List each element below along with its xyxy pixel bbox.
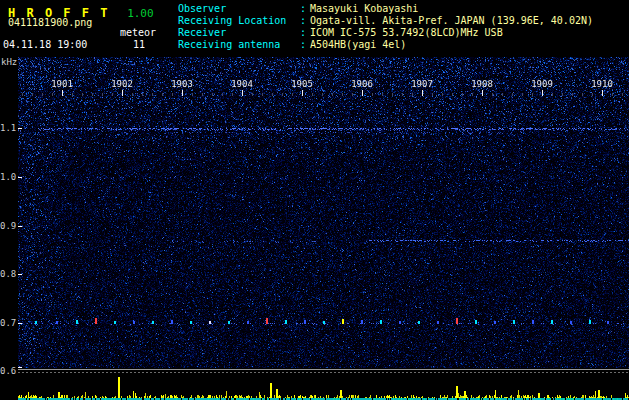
- info-value: Ogata-vill. Akita-Pref. JAPAN (139.96E, …: [310, 15, 593, 27]
- echo-count: 11: [133, 39, 145, 50]
- info-separator: :: [300, 3, 310, 15]
- freq-label-0-6: 0.6: [0, 366, 16, 376]
- info-label: Receiving antenna: [178, 39, 300, 51]
- time-label-1908: 1908: [470, 79, 494, 89]
- time-label-1910: 1910: [590, 79, 614, 89]
- info-label: Receiver: [178, 27, 300, 39]
- freq-unit-label: kHz: [1, 57, 17, 67]
- spectrogram-canvas: [18, 57, 629, 368]
- signal-level-canvas: [18, 374, 629, 400]
- info-separator: :: [300, 15, 310, 27]
- freq-label-0-9: 0.9: [0, 221, 16, 231]
- time-label-1909: 1909: [530, 79, 554, 89]
- info-separator: :: [300, 39, 310, 51]
- info-label: Observer: [178, 3, 300, 15]
- output-filename: 0411181900.png: [8, 17, 92, 28]
- time-label-1905: 1905: [290, 79, 314, 89]
- freq-label-1-1: 1.1: [0, 123, 16, 133]
- info-value: A504HB(yagi 4el): [310, 39, 406, 51]
- info-value: Masayuki Kobayashi: [310, 3, 418, 15]
- info-label: Receiving Location: [178, 15, 300, 27]
- station-info: Observer : Masayuki Kobayashi Receiving …: [178, 3, 593, 51]
- observation-datetime: 04.11.18 19:00: [3, 39, 87, 50]
- time-label-1904: 1904: [230, 79, 254, 89]
- hrofft-screen: H R O F F T 1.00 0411181900.png meteor 0…: [0, 0, 629, 400]
- time-label-1901: 1901: [50, 79, 74, 89]
- info-value: ICOM IC-575 53.7492(8LCD)MHz USB: [310, 27, 503, 39]
- mode-label: meteor: [120, 27, 156, 38]
- separator-line: [18, 369, 629, 370]
- app-version: 1.00: [127, 7, 154, 20]
- time-label-1903: 1903: [170, 79, 194, 89]
- info-row-antenna: Receiving antenna : A504HB(yagi 4el): [178, 39, 593, 51]
- info-separator: :: [300, 27, 310, 39]
- freq-label-0-8: 0.8: [0, 269, 16, 279]
- info-row-receiver: Receiver : ICOM IC-575 53.7492(8LCD)MHz …: [178, 27, 593, 39]
- info-row-observer: Observer : Masayuki Kobayashi: [178, 3, 593, 15]
- freq-label-0-7: 0.7: [0, 318, 16, 328]
- separator-dotted-line: [18, 372, 629, 373]
- time-label-1906: 1906: [350, 79, 374, 89]
- freq-label-1-0: 1.0: [0, 172, 16, 182]
- header: H R O F F T 1.00 0411181900.png meteor 0…: [0, 0, 629, 57]
- info-row-location: Receiving Location : Ogata-vill. Akita-P…: [178, 15, 593, 27]
- time-label-1902: 1902: [110, 79, 134, 89]
- time-label-1907: 1907: [410, 79, 434, 89]
